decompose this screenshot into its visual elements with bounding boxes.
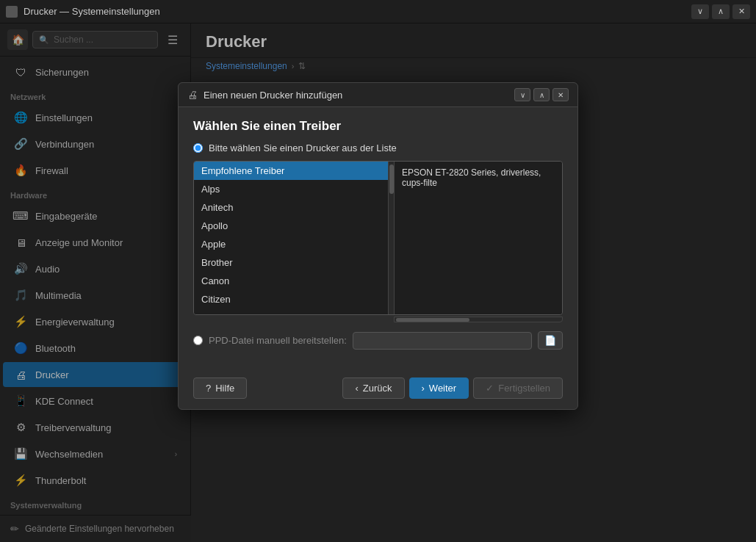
window-title: Drucker — Systemeinstellungen [24,6,160,17]
radio-ppd-input[interactable] [193,336,203,345]
back-icon: ‹ [355,383,358,394]
dialog-minimize-button[interactable]: ∨ [514,88,530,101]
list-item[interactable]: Citizen [194,290,388,308]
titlebar: Drucker — Systemeinstellungen ∨ ∧ ✕ [0,0,756,24]
dialog-titlebar: 🖨 Einen neuen Drucker hinzufügen ∨ ∧ ✕ [179,83,577,107]
driver-model-list[interactable]: EPSON ET-2820 Series, driverless, cups-f… [395,162,562,314]
list-item[interactable]: Apollo [194,217,388,235]
dialog-title-left: 🖨 Einen neuen Drucker hinzufügen [187,89,342,101]
dialog-controls: ∨ ∧ ✕ [514,88,569,101]
footer-right: ‹ Zurück › Weiter ✓ Fertigstellen [342,377,563,399]
list-item[interactable]: Canon [194,272,388,290]
titlebar-controls: ∨ ∧ ✕ [691,4,750,19]
list-item[interactable]: Empfohlene Treiber [194,162,388,180]
ppd-label[interactable]: PPD-Datei manuell bereitstellen: [209,335,347,346]
dialog-heading: Wählen Sie einen Treiber [193,119,563,134]
list-item[interactable]: Brother [194,253,388,272]
driver-list-container: Empfohlene Treiber Alps Anitech Apollo A… [193,161,563,315]
radio-list-option: Bitte wählen Sie einen Drucker aus der L… [193,142,563,153]
next-button[interactable]: › Weiter [409,377,469,399]
dialog-footer: ? Hilfe ‹ Zurück › Weiter ✓ Fertigstelle… [179,372,577,409]
help-button[interactable]: ? Hilfe [193,377,247,399]
dialog-maximize-button[interactable]: ∧ [533,88,550,101]
dialog-printer-icon: 🖨 [187,89,198,101]
next-icon: › [422,383,425,394]
add-printer-dialog: 🖨 Einen neuen Drucker hinzufügen ∨ ∧ ✕ W… [178,82,578,410]
help-icon: ? [206,383,211,394]
list-item[interactable]: Anitech [194,198,388,217]
driver-manufacturer-list[interactable]: Empfohlene Treiber Alps Anitech Apollo A… [194,162,389,314]
radio-list-input[interactable] [193,143,203,153]
dialog-overlay: 🖨 Einen neuen Drucker hinzufügen ∨ ∧ ✕ W… [0,24,756,542]
list-item[interactable]: Alps [194,180,388,198]
ppd-file-input[interactable] [353,332,532,350]
close-button[interactable]: ✕ [732,4,750,19]
radio-list-label[interactable]: Bitte wählen Sie einen Drucker aus der L… [209,142,397,153]
dialog-content: Wählen Sie einen Treiber Bitte wählen Si… [179,107,577,372]
finish-button[interactable]: ✓ Fertigstellen [473,377,563,399]
back-button[interactable]: ‹ Zurück [342,377,404,399]
app-icon [6,6,18,18]
driver-detail-item[interactable]: EPSON ET-2820 Series, driverless, cups-f… [399,165,558,191]
ppd-option-row: PPD-Datei manuell bereitstellen: 📄 [193,331,563,350]
footer-left: ? Hilfe [193,377,247,399]
maximize-button[interactable]: ∧ [712,4,730,19]
dialog-close-button[interactable]: ✕ [552,88,569,101]
titlebar-left: Drucker — Systemeinstellungen [6,6,160,18]
dialog-title: Einen neuen Drucker hinzufügen [204,90,342,101]
ppd-browse-button[interactable]: 📄 [538,331,563,350]
list-item[interactable]: Citoh [194,308,388,314]
check-icon: ✓ [486,383,494,394]
minimize-button[interactable]: ∨ [691,4,709,19]
list-item[interactable]: Apple [194,235,388,253]
